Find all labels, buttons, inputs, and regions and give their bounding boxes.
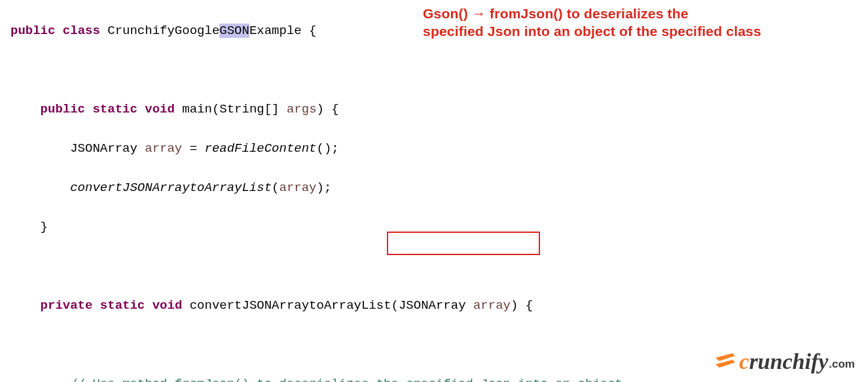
var: array [279, 181, 316, 195]
highlighted-word: GSON [219, 24, 249, 38]
kw-private: private [41, 298, 93, 313]
logo-text: crunchify [739, 352, 828, 372]
annotation-line1: Gson() → fromJson() to deserializes the [423, 6, 689, 21]
call: convertJSONArraytoArrayList [70, 181, 272, 195]
logo-rest: runchify [749, 349, 828, 373]
crunchify-logo: crunchify .com [714, 352, 855, 372]
end: (); [317, 141, 339, 156]
code-block: public class CrunchifyGoogleGSONExample … [0, 0, 868, 382]
logo-c: c [739, 349, 749, 373]
logo-icon [714, 353, 736, 370]
brace: } [41, 220, 48, 234]
close: ) { [511, 298, 533, 313]
eq: = [182, 141, 204, 156]
param: array [473, 298, 511, 313]
kw-void: void [145, 102, 175, 116]
var: array [145, 141, 182, 156]
kw-public: public [41, 102, 85, 116]
kw-static: static [100, 298, 145, 313]
close: ) { [317, 102, 339, 116]
comment: // Use method fromJson() to deserializes… [70, 377, 623, 382]
annotation: Gson() → fromJson() to deserializes the … [423, 5, 761, 40]
method-sig: convertJSONArraytoArrayList(JSONArray [190, 298, 473, 313]
end: ); [317, 181, 332, 195]
kw-void: void [153, 298, 183, 313]
method-sig: main(String[] [182, 102, 287, 116]
class-name-b: Example { [249, 24, 317, 38]
param: args [287, 102, 317, 116]
kw-static: static [92, 102, 137, 116]
kw-class: class [63, 24, 100, 38]
type: JSONArray [70, 141, 145, 156]
open: ( [272, 181, 279, 195]
annotation-line2: specified Json into an object of the spe… [423, 24, 761, 39]
class-name-a: CrunchifyGoogle [107, 24, 219, 38]
call: readFileContent [204, 141, 316, 156]
kw-public: public [10, 24, 55, 38]
logo-tld: .com [829, 355, 855, 374]
